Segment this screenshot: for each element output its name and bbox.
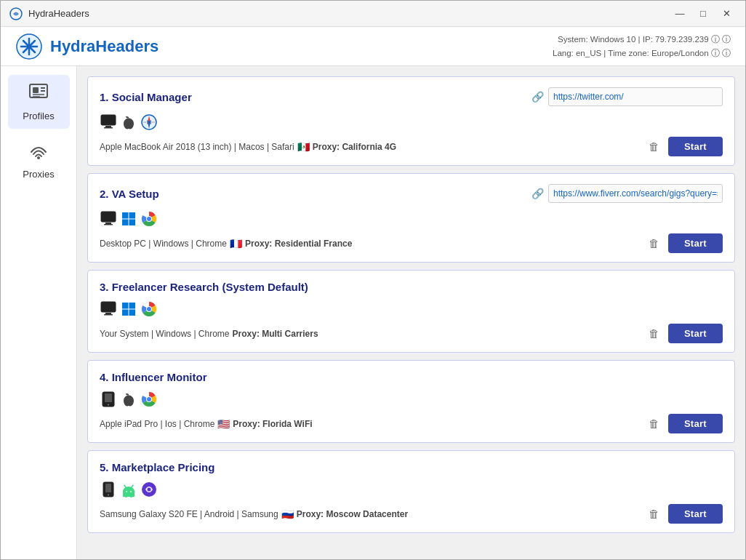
svg-point-55	[126, 491, 127, 492]
svg-rect-15	[105, 126, 111, 127]
svg-rect-24	[104, 224, 113, 225]
profile-device-icons-4	[100, 391, 723, 408]
monitor-icon	[100, 300, 117, 318]
info-icon-2[interactable]: ⓘ	[722, 35, 731, 44]
brand-logo-icon	[15, 33, 43, 60]
close-button[interactable]: ✕	[716, 5, 737, 23]
delete-profile-4-button[interactable]: 🗑	[646, 416, 662, 431]
sidebar-profiles-label: Profiles	[23, 111, 54, 121]
delete-profile-3-button[interactable]: 🗑	[646, 326, 662, 341]
profile-title-4: 4. Influencer Monitor	[100, 371, 207, 383]
apple-icon	[120, 113, 137, 131]
svg-line-57	[124, 485, 126, 487]
svg-point-41	[147, 307, 151, 311]
start-profile-3-button[interactable]: Start	[668, 324, 723, 343]
sidebar-item-proxies[interactable]: Proxies	[8, 133, 70, 187]
profile-bottom-3: Your System | Windows | Chrome Proxy: Mu…	[100, 324, 723, 343]
start-profile-5-button[interactable]: Start	[668, 504, 723, 524]
svg-rect-44	[105, 393, 112, 402]
profile-card-3: 3. Freelancer Research (System Default) …	[87, 270, 735, 353]
chrome-icon	[140, 391, 158, 408]
windows-icon	[120, 300, 137, 318]
url-input-2[interactable]	[548, 184, 723, 203]
profile-title-3: 3. Freelancer Research (System Default)	[100, 281, 308, 293]
profile-url-section-2: 🔗	[532, 184, 723, 203]
profile-header-5: 5. Marketplace Pricing	[100, 461, 723, 473]
profile-actions-4: 🗑 Start	[646, 414, 723, 433]
profile-description-3: Your System | Windows | Chrome Proxy: Mu…	[100, 329, 318, 339]
profile-description-1: Apple MacBook Air 2018 (13 inch) | Macos…	[100, 141, 396, 153]
android-icon	[120, 481, 137, 498]
minimize-button[interactable]: —	[670, 5, 690, 23]
delete-profile-2-button[interactable]: 🗑	[646, 236, 662, 251]
titlebar-controls[interactable]: — □ ✕	[670, 5, 737, 23]
profile-description-2: Desktop PC | Windows | Chrome 🇫🇷 Proxy: …	[100, 238, 352, 249]
header-brand: HydraHeaders	[15, 33, 159, 60]
flag-icon: 🇲🇽	[297, 141, 310, 153]
profile-actions-3: 🗑 Start	[646, 324, 723, 343]
info-icon-1[interactable]: ⓘ	[711, 35, 720, 44]
profile-header-1: 1. Social Manager 🔗	[100, 87, 723, 106]
profile-device-icons-3	[100, 300, 723, 318]
svg-point-43	[108, 404, 109, 406]
profile-card-1: 1. Social Manager 🔗 Apple MacBook Air 20…	[87, 76, 735, 166]
proxy-label-1: Proxy: California 4G	[313, 142, 396, 152]
start-profile-2-button[interactable]: Start	[668, 233, 723, 253]
apple-icon	[120, 391, 137, 408]
profile-bottom-2: Desktop PC | Windows | Chrome 🇫🇷 Proxy: …	[100, 233, 723, 253]
tablet-icon	[100, 391, 117, 408]
maximize-button[interactable]: □	[693, 5, 713, 23]
flag-icon: 🇫🇷	[230, 238, 242, 249]
phone-icon	[100, 481, 117, 498]
profile-actions-5: 🗑 Start	[646, 504, 723, 524]
info-icon-4[interactable]: ⓘ	[722, 49, 731, 57]
delete-profile-5-button[interactable]: 🗑	[646, 506, 662, 521]
samsung-icon	[140, 481, 158, 498]
profile-actions-2: 🗑 Start	[646, 233, 723, 253]
profile-bottom-1: Apple MacBook Air 2018 (13 inch) | Macos…	[100, 137, 723, 156]
profile-header-3: 3. Freelancer Research (System Default)	[100, 281, 723, 293]
titlebar-left: HydraHeaders	[9, 7, 89, 20]
svg-point-13	[37, 156, 40, 159]
svg-rect-14	[101, 115, 116, 125]
profile-title-2: 2. VA Setup	[100, 188, 159, 200]
safari-icon	[140, 113, 158, 131]
profile-card-5: 5. Marketplace Pricing Samsung Galaxy S2…	[87, 450, 735, 533]
proxy-label-5: Proxy: Moscow Datacenter	[297, 509, 408, 519]
info-icon-3[interactable]: ⓘ	[711, 49, 720, 57]
svg-rect-38	[129, 310, 136, 316]
profiles-icon	[28, 82, 49, 108]
svg-rect-37	[122, 310, 129, 316]
sidebar-item-profiles[interactable]: Profiles	[8, 75, 70, 129]
svg-rect-50	[105, 484, 111, 492]
link-icon-2: 🔗	[532, 188, 544, 199]
svg-point-60	[148, 488, 151, 492]
svg-rect-33	[105, 313, 111, 314]
sidebar-proxies-label: Proxies	[23, 169, 54, 180]
svg-point-31	[147, 217, 151, 221]
header-info: System: Windows 10 | IP: 79.79.239.239 ⓘ…	[553, 33, 731, 60]
svg-rect-23	[105, 223, 111, 224]
svg-rect-34	[104, 314, 113, 316]
profile-card-4: 4. Influencer Monitor Apple iPad Pro | I…	[87, 360, 735, 443]
svg-rect-52	[123, 490, 135, 497]
profile-description-5: Samsung Galaxy S20 FE | Android | Samsun…	[100, 508, 408, 520]
svg-point-49	[108, 495, 109, 496]
profile-header-2: 2. VA Setup 🔗	[100, 184, 723, 203]
svg-rect-28	[129, 220, 136, 226]
start-profile-1-button[interactable]: Start	[668, 137, 723, 156]
profile-bottom-4: Apple iPad Pro | Ios | Chrome 🇺🇸 Proxy: …	[100, 414, 723, 433]
profile-card-2: 2. VA Setup 🔗 Desktop PC | Windows | Chr…	[87, 173, 735, 263]
svg-point-6	[27, 44, 31, 49]
profile-title-5: 5. Marketplace Pricing	[100, 461, 214, 473]
brand-name: HydraHeaders	[50, 37, 159, 56]
svg-rect-16	[104, 127, 113, 129]
svg-point-47	[147, 397, 151, 401]
delete-profile-1-button[interactable]: 🗑	[646, 139, 662, 154]
url-input-1[interactable]	[548, 87, 723, 106]
svg-rect-26	[129, 212, 136, 219]
svg-point-56	[130, 491, 132, 492]
chrome-icon	[140, 210, 158, 228]
start-profile-4-button[interactable]: Start	[668, 414, 723, 433]
monitor-icon	[100, 113, 117, 131]
